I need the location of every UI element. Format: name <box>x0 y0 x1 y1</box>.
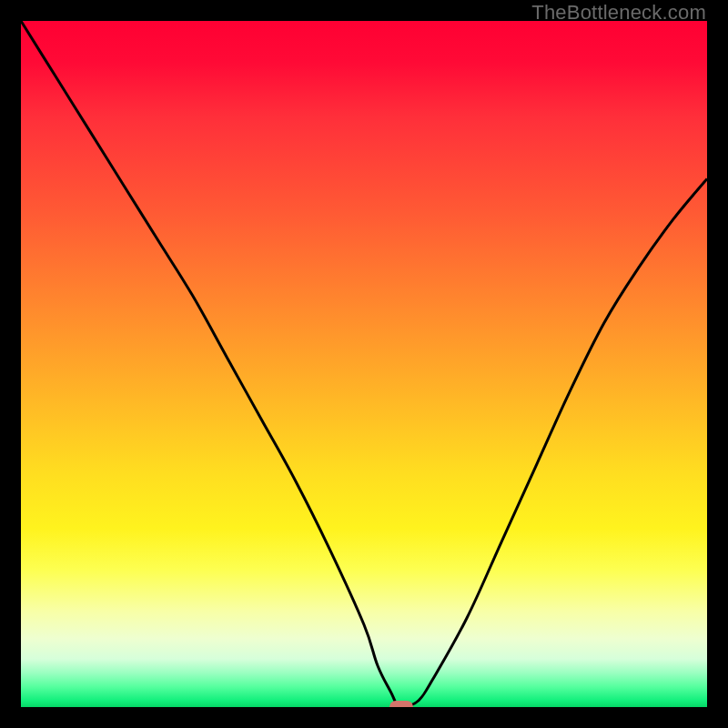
optimal-point-marker <box>389 701 413 707</box>
curve-path <box>21 21 707 707</box>
plot-area <box>21 21 707 707</box>
chart-frame: TheBottleneck.com <box>0 0 728 728</box>
bottleneck-curve <box>21 21 707 707</box>
watermark-text: TheBottleneck.com <box>531 1 706 25</box>
